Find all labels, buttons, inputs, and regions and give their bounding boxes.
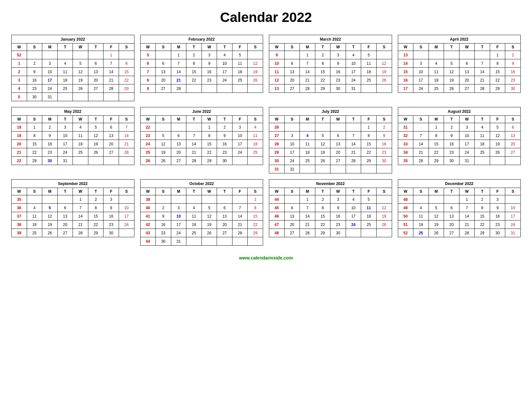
month-1: February 2022WSMTWTFS5123456678910111271…	[140, 35, 263, 101]
day-cell: 50	[398, 212, 413, 220]
col-header-S: S	[27, 44, 42, 51]
day-cell: 8	[490, 59, 505, 68]
day-cell: 18	[232, 68, 248, 76]
day-cell: 27	[217, 229, 232, 237]
day-cell: 23	[444, 148, 459, 157]
day-cell: 6	[171, 132, 186, 140]
day-cell: 4	[27, 204, 42, 212]
table-row: 316171819202122	[12, 76, 134, 84]
day-cell: 14	[103, 68, 119, 76]
col-header-S: S	[248, 116, 263, 123]
table-row: 3645678910	[12, 204, 134, 212]
day-cell: 10	[346, 204, 361, 212]
col-header-S: S	[505, 44, 521, 51]
day-cell: 19	[444, 76, 459, 84]
day-cell: 1	[73, 195, 88, 204]
day-cell: 7	[459, 204, 475, 212]
month-title-9: October 2022	[140, 180, 263, 188]
table-row: 4827282930	[269, 229, 392, 237]
col-header-W: W	[330, 116, 346, 123]
table-row: 23567891011	[140, 132, 263, 140]
table-row: 912345	[269, 51, 392, 59]
day-cell: 16	[156, 220, 171, 229]
col-header-F: F	[103, 188, 119, 195]
day-cell: 11	[248, 132, 263, 140]
day-cell: 24	[140, 140, 156, 148]
day-cell: 13	[269, 84, 285, 93]
day-cell: 3	[12, 76, 27, 84]
day-cell: 10	[413, 68, 429, 76]
day-cell: 23	[376, 148, 392, 157]
table-row: 2122232425262728	[12, 148, 134, 157]
day-cell: 2	[217, 123, 232, 132]
day-cell: 21	[232, 220, 248, 229]
month-7: August 2022WSMTWTFS311234563278910111213…	[398, 107, 521, 173]
day-cell	[284, 123, 300, 132]
day-cell: 4	[429, 59, 444, 68]
day-cell: 28	[475, 84, 490, 93]
day-cell: 5	[42, 204, 58, 212]
day-cell: 14	[186, 140, 202, 148]
day-cell	[103, 157, 119, 165]
day-cell: 10	[269, 59, 285, 68]
day-cell: 4	[12, 84, 27, 93]
day-cell: 2	[42, 123, 58, 132]
month-title-8: September 2022	[12, 180, 134, 188]
col-header-W: W	[202, 116, 217, 123]
day-cell: 5	[444, 59, 459, 68]
day-cell	[429, 51, 444, 59]
col-header-T: T	[346, 44, 361, 51]
day-cell: 7	[119, 123, 134, 132]
day-cell: 1	[12, 59, 27, 68]
day-cell: 8	[88, 204, 103, 212]
day-cell: 28	[413, 157, 429, 165]
col-header-F: F	[361, 188, 377, 195]
day-cell: 4	[475, 123, 490, 132]
day-cell: 39	[140, 195, 156, 204]
col-header-F: F	[361, 44, 377, 51]
table-row: 4945678910	[398, 204, 521, 212]
day-cell: 42	[140, 220, 156, 229]
day-cell: 30	[490, 229, 505, 237]
day-cell: 29	[269, 148, 285, 157]
table-row: 1113141516171819	[269, 68, 392, 76]
day-cell: 8	[27, 132, 42, 140]
month-table-5: June 2022WSMTWTFS22123423567891011241213…	[140, 107, 263, 165]
table-row: 4216171819202122	[140, 220, 263, 229]
footer-link[interactable]: www.calendarinside.com	[239, 255, 293, 260]
col-header-S: S	[376, 44, 392, 51]
day-cell: 22	[202, 148, 217, 157]
day-cell: 9	[140, 84, 156, 93]
day-cell	[232, 157, 248, 165]
col-header-S: S	[376, 188, 392, 195]
day-cell: 27	[269, 132, 285, 140]
day-cell: 10	[284, 140, 300, 148]
day-cell: 22	[315, 220, 330, 229]
month-title-6: July 2022	[269, 107, 392, 116]
day-cell	[300, 165, 315, 173]
day-cell: 30	[505, 84, 521, 93]
col-header-W: W	[269, 44, 285, 51]
table-row: 2519202122232425	[140, 148, 263, 157]
day-cell: 4	[300, 132, 315, 140]
day-cell: 9	[490, 204, 505, 212]
col-header-T: T	[217, 44, 232, 51]
day-cell: 3	[490, 195, 505, 204]
day-cell: 25	[248, 148, 263, 157]
day-cell: 17	[284, 148, 300, 157]
day-cell: 16	[202, 68, 217, 76]
day-cell: 16	[42, 140, 58, 148]
day-cell	[376, 195, 392, 204]
day-cell: 10	[171, 212, 186, 220]
day-cell: 26	[88, 148, 103, 157]
day-cell: 17	[57, 140, 73, 148]
day-cell: 6	[88, 59, 103, 68]
day-cell: 28	[300, 84, 315, 93]
day-cell: 19	[12, 132, 27, 140]
day-cell: 26	[315, 157, 330, 165]
day-cell: 25	[361, 220, 377, 229]
day-cell: 48	[269, 229, 285, 237]
day-cell: 2	[444, 123, 459, 132]
day-cell: 17	[346, 212, 361, 220]
day-cell: 18	[475, 140, 490, 148]
